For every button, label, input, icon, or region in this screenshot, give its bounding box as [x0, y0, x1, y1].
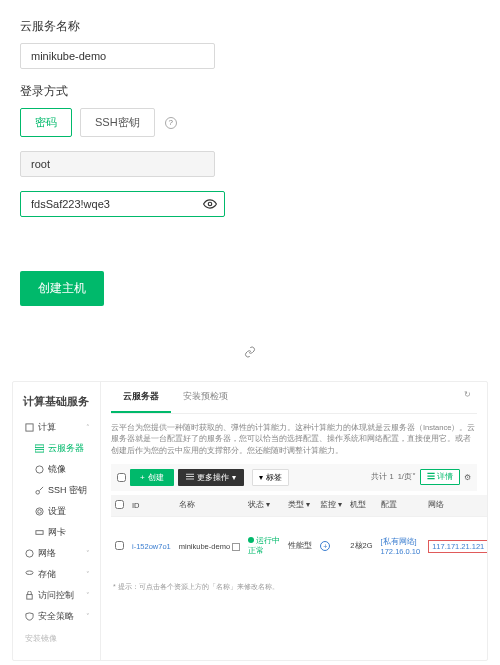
tag-button[interactable]: ▾ 标签 [252, 469, 289, 486]
tab-password[interactable]: 密码 [20, 108, 72, 137]
type-cell: 性能型 [284, 516, 316, 576]
password-input[interactable] [20, 191, 225, 217]
help-icon[interactable]: ? [165, 117, 177, 129]
settings-icon[interactable]: ⚙ [464, 473, 471, 482]
svg-rect-12 [186, 474, 194, 475]
svg-rect-2 [35, 445, 44, 448]
svg-point-9 [26, 550, 33, 557]
sidebar-item-image[interactable]: 镜像 [13, 459, 100, 480]
svg-rect-8 [36, 531, 43, 535]
select-all-checkbox[interactable] [117, 473, 126, 482]
svg-point-10 [26, 571, 33, 575]
sidebar-item-security[interactable]: 安全策略˅ [13, 606, 100, 627]
name-input[interactable] [20, 43, 215, 69]
eye-icon[interactable] [203, 197, 217, 211]
svg-rect-14 [186, 479, 194, 480]
svg-point-7 [36, 508, 43, 515]
tab-precheck[interactable]: 安装预检项 [171, 382, 240, 413]
console-panel: 计算基础服务 计算˄ 云服务器 镜像 SSH 密钥 设置 网卡 网络˅ 存储˅ … [12, 381, 488, 661]
status-dot-icon [248, 537, 254, 543]
detail-button[interactable]: ☰ 详情 [420, 469, 460, 485]
svg-point-0 [208, 202, 212, 206]
login-label: 登录方式 [20, 83, 480, 100]
sidebar-item-access[interactable]: 访问控制˅ [13, 585, 100, 606]
instance-id-link[interactable]: i-152ow7o1 [132, 542, 171, 551]
tab-server-list[interactable]: 云服务器 [111, 382, 171, 413]
monitor-add-icon[interactable]: + [320, 541, 330, 551]
status-text: 运行中 [256, 536, 280, 545]
sidebar-item-nic[interactable]: 网卡 [13, 522, 100, 543]
svg-rect-3 [35, 449, 44, 452]
sidebar-title: 计算基础服务 [13, 392, 100, 417]
row-checkbox[interactable] [115, 541, 124, 550]
main-area: 云服务器 安装预检项 ↻ 云平台为您提供一种随时获取的、弹性的计算能力。这种计算… [101, 382, 487, 660]
desc-text: 云平台为您提供一种随时获取的、弹性的计算能力。这种计算能力的体现就是云服务器（I… [111, 422, 477, 456]
create-button[interactable]: +创建 [130, 469, 174, 486]
username-input [20, 151, 215, 177]
name-label: 云服务名称 [20, 18, 480, 35]
svg-rect-11 [27, 595, 32, 600]
tab-sshkey[interactable]: SSH密钥 [80, 108, 155, 137]
public-ip[interactable]: 117.171.21.121 [428, 540, 487, 553]
svg-rect-1 [26, 424, 33, 431]
per-page[interactable]: 1/页˅ [398, 472, 416, 482]
th-checkbox[interactable] [115, 500, 124, 509]
sidebar-item-settings[interactable]: 设置 [13, 501, 100, 522]
svg-point-6 [38, 510, 42, 514]
sidebar: 计算基础服务 计算˄ 云服务器 镜像 SSH 密钥 设置 网卡 网络˅ 存储˅ … [13, 382, 101, 660]
sidebar-foot: 安装镜像 [13, 627, 100, 650]
model-cell: 2核2G [346, 516, 376, 576]
sidebar-item-storage[interactable]: 存储˅ [13, 564, 100, 585]
instance-name: minikube-demo [179, 542, 230, 551]
create-host-button[interactable]: 创建主机 [20, 271, 104, 306]
refresh-icon[interactable]: ↻ [458, 382, 477, 413]
sidebar-item-network[interactable]: 网络˅ [13, 543, 100, 564]
server-table: ID 名称 状态 ▾ 类型 ▾ 监控 ▾ 机型 配置 网络 公网 IPv4 计费… [111, 495, 487, 576]
network-link[interactable]: [私有网络] [381, 537, 417, 546]
svg-point-4 [36, 466, 43, 473]
copy-icon[interactable] [232, 543, 240, 551]
tip-text: * 提示：可点击各个资源上方的「名称」来修改名称。 [111, 576, 477, 598]
sidebar-item-sshkey[interactable]: SSH 密钥 [13, 480, 100, 501]
svg-point-5 [36, 491, 40, 495]
table-row[interactable]: i-152ow7o1 minikube-demo 运行中正常 性能型 + 2核2… [111, 516, 487, 576]
toolbar: +创建 更多操作▾ ▾ 标签 共计 1 1/页˅ ☰ 详情 ⚙ [111, 464, 477, 491]
svg-rect-13 [186, 476, 194, 477]
sidebar-item-compute[interactable]: 计算˄ [13, 417, 100, 438]
total-count: 共计 1 [371, 472, 393, 482]
anchor-link-icon[interactable] [0, 316, 500, 363]
more-actions-button[interactable]: 更多操作▾ [178, 469, 244, 486]
sidebar-item-server[interactable]: 云服务器 [13, 438, 100, 459]
